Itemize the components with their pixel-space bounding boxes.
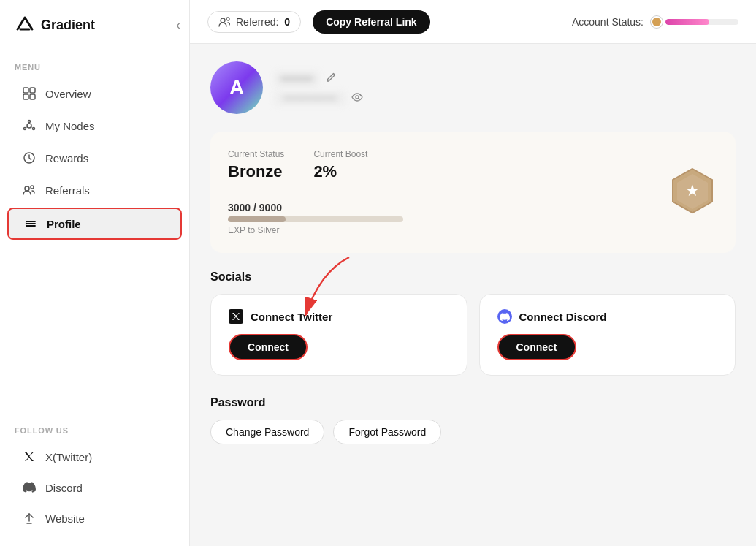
overview-icon — [22, 86, 37, 101]
account-status-label: Account Status: — [572, 16, 644, 28]
main-content: Referred: 0 Copy Referral Link Account S… — [190, 0, 756, 546]
twitter-connect-button[interactable]: Connect — [229, 334, 308, 360]
svg-line-9 — [31, 127, 32, 128]
twitter-label: Connect Twitter — [251, 311, 332, 323]
sidebar-item-referrals[interactable]: Referrals — [7, 175, 182, 205]
logo-icon — [15, 15, 35, 35]
sidebar-footer: FOLLOW US X(Twitter) Discord Website — [0, 413, 189, 546]
exp-bar-fill — [228, 216, 286, 222]
password-section-title: Password — [210, 396, 736, 409]
change-password-button[interactable]: Change Password — [210, 420, 324, 444]
svg-point-18 — [221, 18, 225, 23]
exp-bar — [228, 216, 403, 222]
referred-icon — [218, 16, 230, 28]
current-status-label: Current Status — [228, 149, 284, 159]
password-buttons: Change Password Forgot Password — [210, 420, 736, 444]
current-status-value: Bronze — [228, 162, 284, 181]
status-info: Current Status Bronze Current Boost 2% 3… — [228, 149, 718, 235]
discord-social-icon — [497, 309, 512, 324]
exp-progress-text: 3000 / 9000 — [228, 202, 718, 213]
app-logo: Gradient — [0, 0, 110, 50]
sidebar-item-profile[interactable]: Profile — [7, 208, 182, 240]
twitter-card-header: Connect Twitter — [229, 309, 449, 324]
svg-point-7 — [24, 128, 26, 130]
rewards-icon — [22, 151, 37, 165]
svg-point-17 — [26, 223, 27, 224]
edit-icon[interactable] — [325, 72, 337, 86]
current-boost-section: Current Boost 2% — [313, 149, 367, 190]
sidebar-item-my-nodes-label: My Nodes — [45, 120, 95, 132]
my-nodes-icon — [22, 118, 37, 133]
sidebar-item-profile-label: Profile — [47, 218, 81, 230]
sidebar-item-website[interactable]: Website — [7, 504, 182, 533]
referrals-icon — [22, 183, 37, 197]
sidebar-item-twitter-label: X(Twitter) — [45, 451, 92, 463]
sidebar-item-rewards-label: Rewards — [45, 152, 88, 164]
exp-to-label: EXP to Silver — [228, 225, 718, 235]
svg-point-19 — [226, 18, 229, 20]
email-row: •••••••••••••••• — [275, 91, 363, 105]
referred-label: Referred: — [236, 16, 278, 28]
sidebar-item-overview-label: Overview — [45, 88, 91, 100]
svg-rect-2 — [23, 94, 28, 99]
avatar-letter: A — [229, 76, 244, 99]
username-text: •••••••• — [275, 71, 319, 87]
svg-point-5 — [28, 121, 31, 123]
status-card: Current Status Bronze Current Boost 2% 3… — [210, 132, 736, 253]
menu-label: MENU — [0, 50, 189, 77]
follow-us-label: FOLLOW US — [0, 413, 189, 441]
socials-section-title: Socials — [210, 270, 736, 284]
svg-point-6 — [33, 128, 35, 130]
profile-header: A •••••••• •••••••••••••••• — [210, 61, 736, 114]
status-bar — [665, 19, 738, 25]
current-status-section: Current Status Bronze — [228, 149, 284, 190]
svg-line-10 — [27, 127, 28, 128]
svg-point-12 — [25, 186, 29, 191]
content-area: A •••••••• •••••••••••••••• — [190, 44, 756, 546]
app-name: Gradient — [41, 18, 95, 33]
svg-rect-3 — [30, 94, 35, 99]
sidebar-item-discord-label: Discord — [45, 482, 83, 494]
discord-connect-button[interactable]: Connect — [497, 334, 576, 360]
twitter-x-icon — [22, 450, 37, 464]
avatar: A — [210, 61, 263, 114]
sidebar: Gradient ‹ MENU Overview My Nodes Reward… — [0, 0, 190, 546]
website-icon — [22, 511, 37, 526]
sidebar-item-twitter[interactable]: X(Twitter) — [7, 442, 182, 471]
socials-grid: Connect Twitter Connect Connect Discord … — [210, 294, 736, 376]
username-row: •••••••• — [275, 71, 363, 87]
discord-card: Connect Discord Connect — [479, 294, 736, 376]
header: Referred: 0 Copy Referral Link Account S… — [190, 0, 756, 44]
svg-rect-1 — [30, 88, 35, 93]
twitter-x-social-icon — [229, 309, 243, 324]
profile-icon — [23, 216, 38, 231]
current-boost-value: 2% — [313, 162, 367, 181]
account-status: Account Status: — [572, 16, 738, 28]
discord-card-header: Connect Discord — [497, 309, 718, 324]
sidebar-item-overview[interactable]: Overview — [7, 79, 182, 108]
status-dot — [651, 16, 663, 28]
eye-icon[interactable] — [351, 92, 363, 105]
discord-label: Connect Discord — [519, 311, 607, 323]
collapse-btn[interactable]: ‹ — [176, 18, 180, 33]
svg-point-13 — [31, 186, 34, 189]
sidebar-item-my-nodes[interactable]: My Nodes — [7, 111, 182, 140]
discord-icon — [22, 480, 37, 495]
current-boost-label: Current Boost — [313, 149, 367, 159]
referred-badge: Referred: 0 — [207, 11, 301, 33]
status-bar-fill — [665, 19, 709, 25]
exp-bar-container: 3000 / 9000 EXP to Silver — [228, 202, 718, 235]
sidebar-item-rewards[interactable]: Rewards — [7, 143, 182, 172]
bronze-badge: ★ — [667, 165, 718, 219]
forgot-password-button[interactable]: Forgot Password — [333, 420, 441, 444]
sidebar-item-referrals-label: Referrals — [45, 184, 90, 197]
sidebar-item-website-label: Website — [45, 512, 85, 525]
svg-text:★: ★ — [685, 181, 700, 200]
svg-rect-0 — [23, 88, 28, 93]
svg-point-20 — [356, 96, 359, 99]
referred-count: 0 — [284, 16, 290, 28]
profile-info: •••••••• •••••••••••••••• — [275, 71, 363, 105]
sidebar-item-discord[interactable]: Discord — [7, 473, 182, 502]
twitter-card: Connect Twitter Connect — [210, 294, 467, 376]
copy-referral-button[interactable]: Copy Referral Link — [313, 10, 429, 34]
